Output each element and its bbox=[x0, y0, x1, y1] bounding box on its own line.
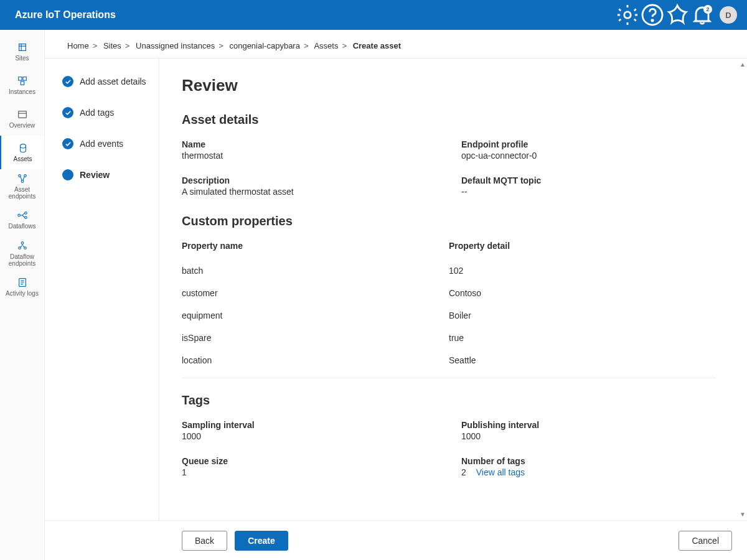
feedback-icon[interactable] bbox=[665, 2, 690, 27]
leftnav-item-sites[interactable]: Sites bbox=[0, 35, 44, 68]
cell: Seattle bbox=[449, 355, 716, 365]
field-label: Default MQTT topic bbox=[461, 175, 716, 185]
field-value: -- bbox=[461, 187, 716, 197]
check-icon bbox=[62, 107, 73, 118]
cell: Contoso bbox=[449, 288, 716, 298]
wizard-footer: Back Create Cancel bbox=[45, 520, 747, 560]
svg-point-8 bbox=[24, 174, 26, 177]
field-label: Name bbox=[182, 139, 436, 149]
leftnav-label: Activity logs bbox=[6, 290, 39, 297]
cell: Boiler bbox=[449, 310, 716, 320]
wizard-steps: Add asset details Add tags Add events Re… bbox=[45, 58, 159, 520]
field-sampling-interval: Sampling interval 1000 bbox=[182, 420, 436, 441]
page-title: Review bbox=[182, 76, 716, 95]
scroll-up-icon: ▲ bbox=[740, 61, 746, 68]
leftnav-label: Asset endpoints bbox=[2, 186, 42, 200]
create-button[interactable]: Create bbox=[235, 531, 288, 551]
field-mqtt-topic: Default MQTT topic -- bbox=[461, 175, 716, 197]
field-num-tags: Number of tags 2 View all tags bbox=[461, 456, 716, 477]
leftnav-label: Sites bbox=[15, 55, 29, 62]
leftnav-label: Overview bbox=[9, 122, 35, 129]
table-row: equipment Boiler bbox=[182, 304, 716, 327]
field-value: thermostat bbox=[182, 151, 436, 161]
breadcrumb-link[interactable]: Assets bbox=[314, 41, 338, 50]
cell: equipment bbox=[182, 310, 449, 320]
svg-point-10 bbox=[17, 214, 20, 217]
back-button[interactable]: Back bbox=[182, 531, 227, 551]
cancel-button[interactable]: Cancel bbox=[679, 531, 732, 551]
step-add-events[interactable]: Add events bbox=[62, 138, 151, 149]
column-header-detail: Property detail bbox=[449, 241, 716, 251]
breadcrumb-link[interactable]: Sites bbox=[103, 41, 121, 50]
breadcrumb-link[interactable]: Unassigned instances bbox=[136, 41, 215, 50]
avatar[interactable]: D bbox=[720, 6, 737, 24]
table-row: customer Contoso bbox=[182, 282, 716, 304]
divider bbox=[182, 378, 716, 378]
field-label: Description bbox=[182, 175, 436, 185]
svg-point-0 bbox=[624, 12, 631, 18]
step-label: Review bbox=[80, 170, 110, 180]
field-value: opc-ua-connector-0 bbox=[461, 151, 716, 161]
scroll-down-icon: ▼ bbox=[740, 511, 746, 518]
cell: true bbox=[449, 333, 716, 343]
step-review[interactable]: Review bbox=[62, 169, 151, 180]
field-label: Queue size bbox=[182, 456, 436, 466]
svg-rect-6 bbox=[18, 111, 26, 118]
notifications-bell-icon[interactable]: 2 bbox=[690, 2, 715, 27]
svg-point-2 bbox=[652, 20, 653, 21]
leftnav-label: Dataflows bbox=[9, 223, 36, 230]
field-value: 1000 bbox=[182, 431, 436, 441]
table-row: batch 102 bbox=[182, 259, 716, 282]
field-value: 1 bbox=[182, 467, 436, 477]
custom-properties-table: Property name Property detail batch 102 … bbox=[182, 241, 716, 371]
scrollbar-hints[interactable]: ▲ ▼ bbox=[738, 58, 747, 520]
cell: batch bbox=[182, 266, 449, 276]
field-value: 1000 bbox=[461, 431, 716, 441]
leftnav-item-dataflow-endpoints[interactable]: Dataflow endpoints bbox=[0, 236, 44, 270]
svg-rect-4 bbox=[22, 77, 26, 80]
field-value: A simulated thermostat asset bbox=[182, 187, 436, 197]
field-label: Publishing interval bbox=[461, 420, 716, 430]
svg-point-7 bbox=[18, 174, 21, 177]
breadcrumb-link[interactable]: Home bbox=[67, 41, 89, 50]
section-heading-custom-properties: Custom properties bbox=[182, 214, 716, 228]
breadcrumb-current: Create asset bbox=[353, 41, 401, 50]
leftnav-item-instances[interactable]: Instances bbox=[0, 68, 44, 102]
svg-rect-5 bbox=[21, 82, 24, 85]
review-panel: Review Asset details Name thermostat End… bbox=[159, 58, 738, 520]
step-add-asset-details[interactable]: Add asset details bbox=[62, 76, 151, 87]
cell: 102 bbox=[449, 266, 716, 276]
settings-gear-icon[interactable] bbox=[615, 2, 640, 27]
view-all-tags-link[interactable]: View all tags bbox=[476, 467, 525, 477]
check-icon bbox=[62, 138, 73, 149]
cell: isSpare bbox=[182, 333, 449, 343]
leftnav: Sites Instances Overview Assets Asset en… bbox=[0, 30, 45, 560]
app-title: Azure IoT Operations bbox=[15, 9, 116, 21]
field-name: Name thermostat bbox=[182, 139, 436, 161]
breadcrumb-link[interactable]: congenial-capybara bbox=[229, 41, 299, 50]
leftnav-label: Assets bbox=[13, 156, 32, 162]
leftnav-item-dataflows[interactable]: Dataflows bbox=[0, 203, 44, 236]
section-heading-tags: Tags bbox=[182, 393, 716, 408]
svg-point-12 bbox=[24, 217, 27, 219]
cell: location bbox=[182, 355, 449, 365]
svg-rect-3 bbox=[18, 77, 21, 80]
section-heading-asset-details: Asset details bbox=[182, 113, 716, 127]
leftnav-item-overview[interactable]: Overview bbox=[0, 102, 44, 136]
check-icon bbox=[62, 76, 73, 87]
step-label: Add asset details bbox=[80, 77, 146, 86]
field-value: 2 bbox=[461, 467, 466, 477]
notifications-badge: 2 bbox=[703, 5, 712, 14]
column-header-name: Property name bbox=[182, 241, 449, 251]
leftnav-item-asset-endpoints[interactable]: Asset endpoints bbox=[0, 169, 44, 203]
leftnav-label: Dataflow endpoints bbox=[2, 253, 42, 267]
svg-point-11 bbox=[24, 212, 27, 215]
step-label: Add events bbox=[80, 139, 123, 149]
leftnav-item-activity-logs[interactable]: Activity logs bbox=[0, 270, 44, 304]
help-icon[interactable] bbox=[640, 2, 665, 27]
leftnav-item-assets[interactable]: Assets bbox=[0, 136, 44, 169]
field-endpoint-profile: Endpoint profile opc-ua-connector-0 bbox=[461, 139, 716, 161]
step-add-tags[interactable]: Add tags bbox=[62, 107, 151, 118]
svg-point-9 bbox=[21, 180, 24, 182]
current-step-icon bbox=[62, 169, 73, 180]
